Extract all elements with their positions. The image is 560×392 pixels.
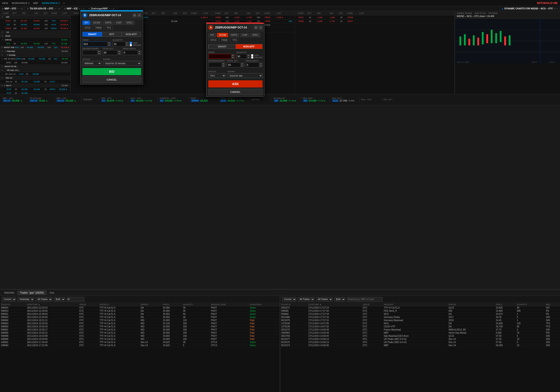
ask-disc-input[interactable] [209,64,221,66]
ask-tab-grfn[interactable]: GRFN [229,33,239,37]
zee-row-preb[interactable]: PREB 100 -2.20€ -1.70€ 250 PREB -1.30€ ● [213,16,294,19]
right-trade-row[interactable]: 501537627/11/2014 14:56:13OTCUK Peaks (W… [280,341,560,344]
bid-qty-down[interactable]: ▼ [125,44,129,47]
scroll-panel-nbpipe[interactable]: NBP-IPE [250,98,272,101]
market-row-nov14[interactable]: – Nov-14 [0,76,70,80]
ask-aon-checkbox[interactable] [251,54,253,56]
ask-price-down[interactable]: ▼ [231,56,234,59]
workspace1-tab[interactable]: WORKSPACE 1 [12,2,30,4]
bid-tab-gfi[interactable]: GFI [82,20,90,25]
empty-row-spec[interactable]: SPEC 25 -1.90€ -1.85€ 25 PREB [295,16,454,19]
bid-tab-icap[interactable]: ICAP [114,20,123,25]
market-row-da[interactable]: + DA [0,30,70,34]
bid-price-down[interactable]: ▼ [108,44,111,47]
market-row-q115[interactable]: ICAP 25 59.35€ 60.00€ 25 GRFN 59.65€ ● [0,87,70,91]
market-row-spec1[interactable]: SPEC 50 58.10€ 58.80€ 100 TFS 58.50€ ● [0,19,70,23]
view-menu[interactable]: VIEW [2,2,8,4]
scroll-panel-zee-otc[interactable]: ZEE – OTC DA 56.575 +0.650▲ [100,97,129,103]
right-filter-both[interactable]: Both [334,297,345,302]
right-trade-row[interactable]: 501537427/11/2014 14:56:00OTCNBPDec-1459… [280,344,560,347]
market-row-wkdy[interactable]: + WK/DY NW GFI1 100 59.30€ 59.55€ 100 GF… [0,46,70,49]
scroll-panel-ttfhi[interactable]: TTFHI – OTC Q115 24.825 +0.375▲ [218,97,250,103]
ask-tab-tfs[interactable]: TFS [230,38,239,42]
ask-qty-up[interactable]: ▲ [247,54,250,56]
market-row-wd[interactable]: + WD [0,15,70,19]
left-trade-row[interactable]: 59888926/11/2014 19:20:09OTCTTF Hi Cal 5… [0,335,280,338]
right-filter-alltrades1[interactable]: All Trades [298,297,314,302]
bid-tab-otcx[interactable]: OTCX [82,26,93,30]
market-row-q115b[interactable]: ICAP 25 54.45€ [0,91,70,94]
left-trade-row[interactable]: 59892126/11/2014 22:28:03OTCTTF Hi Cal 5… [0,313,280,316]
nbp-tab[interactable]: NBP [33,2,38,4]
bid-tab-preb[interactable]: PREB [94,26,104,30]
bid-tq-down[interactable]: ▼ [118,53,121,55]
market-row-we4906[interactable]: + WE 49 06/12... GRFN 100 58.45€ 59.00€ … [0,57,70,61]
market-row-preb1[interactable]: PREB 100 58.30€ 58.50€ 100 GRFN 58.50€ ● [0,27,70,30]
left-trade-row[interactable]: 59892426/11/2014 22:29:14OTCTTF Hi Cal 5… [0,306,280,309]
right-filter-search[interactable] [347,297,383,302]
left-trade-row[interactable]: 59889226/11/2014 19:20:19OTCTTF Hi Cal 5… [0,325,280,328]
ask-disc-down[interactable]: ▼ [222,65,225,67]
scroll-panel-pegtigf[interactable]: PEG TIGF – Q115 27.750 +0.000 [330,97,359,103]
ask-tab-preb[interactable]: PREB [220,38,230,42]
bid-qty-input[interactable] [113,43,125,45]
ask-status-select[interactable]: Firm Withheld Indicative [208,73,226,78]
ice-row-grfn[interactable]: GRFN -2.25€ ● [140,16,211,19]
bid-tab-gcom[interactable]: GCOM [91,20,102,25]
ask-private-checkbox[interactable] [251,56,253,59]
scroll-panel-zee[interactable]: ZEE/NBP [81,98,100,101]
left-trade-row[interactable]: 59892026/11/2014 22:26:59OTCTTF Hi Cal 5… [0,316,280,319]
market-row-sun[interactable]: + + Sunday [0,53,70,57]
ask-gear-btn[interactable]: ⚙ [254,26,258,29]
workspace2-tab[interactable]: WORKSPACE 2 [42,2,60,4]
market-row-spec2[interactable]: SPEC 100 59.00€ 59.40€ [0,61,70,65]
bid-mode-smart[interactable]: SMART [83,32,102,37]
bid-disc-up[interactable]: ▲ [98,50,100,53]
bid-mode-mtf[interactable]: MTF [102,32,121,37]
scroll-panel-pegsud[interactable]: PEG SUD – WD 24.500 +0.150▲ [301,97,330,103]
market-row-sat[interactable]: + + Saturday 58.80€ [0,49,70,53]
bid-expiry-select[interactable]: Good for 10 minutes Good for day Good ti… [103,61,141,66]
ask-tab-gcom[interactable]: GCOM [217,33,228,37]
left-filter-yesterday[interactable]: Yesterday [18,297,34,302]
left-trade-row[interactable]: 59892326/11/2014 22:29:05OTCTTF Hi Cal 5… [0,309,280,313]
ask-price-input[interactable] [209,55,231,58]
ask-expiry-select[interactable]: Good for day Good for 10 minutes Good ti… [228,73,262,78]
right-trade-row[interactable]: 501537727/11/2014 14:56:13OTCUK Peaks (W… [280,338,560,341]
ask-disc-up[interactable]: ▲ [222,62,225,65]
bid-qty-up[interactable]: ▲ [125,42,129,44]
market-row-tfs1[interactable]: TFS 50 58.00€ 58.40€ 125 TFS 58.00€ [0,42,70,46]
scroll-panel-tsi[interactable]: TSI IOS 62% Dec-14 70.25 ▲ [28,97,55,103]
ice-row-preb[interactable]: 59.15€ [140,19,211,23]
ask-tab-spec[interactable]: SPEC [250,33,260,37]
bar-style-btn[interactable]: BAR STYLE [475,12,486,14]
gas-tab[interactable]: Gas [47,291,57,295]
bid-pricedelta-input[interactable] [123,51,138,54]
right-trade-row[interactable]: 501538027/11/2014 17:57:16OTCGermany Pea… [280,316,560,319]
market-row-grfn1[interactable]: GFI 50 58.00€ 58.65€ 100 ICAP 58.50€ ● [0,23,70,27]
left-filter-search[interactable] [67,297,84,302]
empty-row-preb[interactable]: PREB 25 -1.95€ -1.75€ 25 SPEC [295,19,454,23]
ask-mode-nonmtf[interactable]: NON-MTF [236,44,262,49]
bid-tab-tfs[interactable]: TFS [105,26,113,30]
scroll-panel-nbp-ice[interactable]: NBP – ICE Dec-14 59.150 ▲ [55,97,81,103]
bid-pd-down[interactable]: ▼ [138,53,141,55]
ask-tab-icap[interactable]: ICAP [240,33,249,37]
market-row-wkds50[interactable]: + WKDS 50 08... [0,65,70,68]
chart-options-btn[interactable]: OPTIONS [489,12,498,14]
left-trade-row[interactable]: 59889126/11/2014 19:20:17OTCTTF Hi Cal 5… [0,328,280,331]
bid-mode-nonmtf[interactable]: NON-MTF [121,32,141,37]
right-trade-row[interactable]: 265327127/11/2014 17:57:23OTCTTF Hi Cal … [280,306,560,309]
market-row-bow[interactable]: + BOW [0,34,70,38]
visible-range-btn[interactable]: VISIBLE RANGE [457,12,472,14]
bid-aon-checkbox[interactable] [130,42,132,44]
bid-close-btn[interactable]: ✕ [138,13,141,17]
watchlist-tab[interactable]: Watchlist [2,291,17,295]
right-trade-row[interactable]: 59968427/11/2014 17:57:18OTCNCGDA24.6751… [280,313,560,316]
ask-qty-input[interactable] [237,55,247,58]
bid-price-input[interactable] [83,43,107,45]
left-filter-both[interactable]: Both [54,297,65,302]
bid-totalqty-input[interactable] [103,51,117,54]
ask-tq-up[interactable]: ▲ [240,62,244,65]
bid-pd-up[interactable]: ▲ [138,50,141,53]
